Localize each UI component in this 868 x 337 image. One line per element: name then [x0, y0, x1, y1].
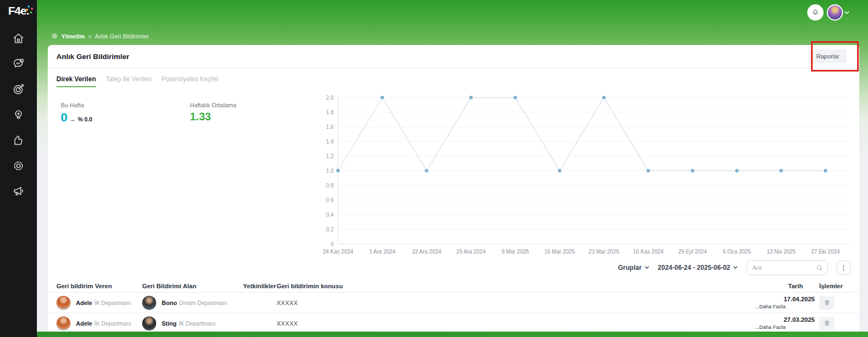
svg-text:1.6: 1.6 — [326, 124, 334, 130]
svg-text:1 Ara 2024: 1 Ara 2024 — [369, 249, 396, 255]
svg-text:23 Mar 2025: 23 Mar 2025 — [589, 249, 620, 255]
home-icon — [11, 31, 25, 46]
chevron-down-icon[interactable] — [844, 11, 850, 15]
svg-text:16 Mar 2025: 16 Mar 2025 — [544, 249, 575, 255]
date-range-dropdown[interactable]: 2024-06-24 - 2025-06-02 — [658, 264, 738, 271]
announcement-icon — [11, 184, 25, 198]
receiver-department: İK Departmanı — [179, 320, 216, 327]
groups-dropdown[interactable]: Gruplar — [618, 264, 649, 271]
date-value: 17.04.2025 — [783, 296, 819, 302]
tab-talep-ile-verilen[interactable]: Talep İle Verilen — [106, 75, 152, 87]
stat-this-week: Bu Hafta 0→% 0.0 — [61, 102, 92, 125]
trend-arrow-icon: → — [69, 115, 75, 123]
idea-icon — [11, 108, 25, 122]
col-header-competencies: Yetkinlikler — [243, 283, 277, 289]
bell-icon — [811, 8, 820, 17]
svg-text:0.8: 0.8 — [326, 183, 334, 189]
trash-icon — [824, 320, 831, 327]
target-icon — [11, 82, 25, 96]
receiver-cell: StingİK Departmanı — [142, 316, 243, 330]
app-window: F4e. — [0, 0, 868, 337]
actions-cell — [819, 296, 851, 309]
svg-text:2.0: 2.0 — [326, 95, 334, 101]
daha-fazla-link[interactable]: ...Daha Fazla — [755, 324, 820, 330]
search-box[interactable] — [746, 260, 828, 275]
sidebar-item-likes[interactable] — [11, 133, 25, 147]
logo-dot — [28, 5, 30, 8]
giver-name: Adele — [76, 320, 92, 327]
giver-cell: AdeleİK Departmanı — [56, 316, 142, 330]
table-row: AdeleİK DepartmanıStingİK DepartmanıXXXX… — [48, 313, 859, 332]
filter-bar: Gruplar 2024-06-24 - 2025-06-02 ⋮ — [618, 260, 851, 275]
giver-department: İK Departmanı — [94, 320, 131, 327]
sidebar-item-settings[interactable] — [11, 159, 25, 173]
feedback-trend-chart: 2.01.81.61.41.21.00.80.60.40.2024 Kas 20… — [317, 93, 857, 258]
sidebar-item-ideas[interactable] — [11, 108, 25, 122]
settings-icon — [11, 159, 25, 173]
stat-weekly-average-value: 1.33 — [190, 111, 211, 122]
receiver-avatar — [142, 316, 156, 330]
svg-text:1.2: 1.2 — [326, 153, 334, 159]
svg-text:5 Oca 2025: 5 Oca 2025 — [723, 249, 751, 255]
feedback-table: Geri bildirim Veren Geri Bildirimi Alan … — [48, 280, 859, 332]
search-input[interactable] — [751, 264, 813, 271]
svg-text:1.0: 1.0 — [326, 168, 334, 174]
page-title: Anlık Geri Bildirimler — [56, 53, 129, 61]
table-row: AdeleİK DepartmanıBonoÜretim DepartmanıX… — [48, 293, 859, 313]
stat-this-week-value: 0 — [61, 111, 67, 124]
receiver-name: Sting — [162, 320, 177, 327]
svg-text:1.4: 1.4 — [326, 139, 334, 145]
receiver-name: Bono — [162, 300, 177, 306]
breadcrumb-yonetim[interactable]: Yönetim — [61, 33, 85, 40]
sidebar-item-home[interactable] — [11, 31, 25, 46]
breadcrumb: Yönetim > Anlık Geri Bildirimler — [51, 33, 149, 40]
app-logo[interactable]: F4e. — [0, 4, 37, 17]
stat-weekly-average-label: Haftalık Ortalama — [190, 102, 237, 108]
receiver-name-wrap: BonoÜretim Departmanı — [162, 300, 227, 306]
svg-text:9 Mar 2025: 9 Mar 2025 — [502, 249, 529, 255]
chevron-down-icon — [644, 266, 649, 269]
subject-cell: XXXXX — [277, 320, 743, 327]
col-header-receiver: Geri Bildirimi Alan — [142, 283, 243, 289]
notifications-button[interactable] — [807, 4, 824, 21]
receiver-name-wrap: StingİK Departmanı — [162, 320, 215, 327]
more-options-button[interactable]: ⋮ — [837, 261, 851, 275]
svg-text:0.2: 0.2 — [326, 226, 334, 232]
delete-button[interactable] — [819, 296, 834, 309]
date-cell: 17.04.2025...Daha Fazla — [743, 296, 819, 309]
search-icon — [816, 264, 823, 271]
reports-button[interactable]: Raporlar — [809, 49, 846, 63]
giver-avatar — [56, 316, 71, 330]
stat-weekly-average: Haftalık Ortalama 1.33 — [190, 102, 237, 123]
like-icon — [11, 133, 25, 147]
giver-avatar — [56, 296, 71, 310]
sidebar-item-feedback-chat[interactable] — [11, 57, 25, 71]
sidebar: F4e. — [0, 0, 37, 337]
svg-text:0: 0 — [330, 241, 334, 247]
col-header-giver: Geri bildirim Veren — [56, 283, 142, 289]
stat-this-week-delta: % 0.0 — [78, 116, 92, 122]
actions-cell — [819, 317, 851, 330]
giver-name: Adele — [76, 300, 92, 306]
logo-dot — [30, 11, 32, 14]
svg-text:0.4: 0.4 — [326, 212, 334, 218]
breadcrumb-current[interactable]: Anlık Geri Bildirimler — [95, 33, 149, 40]
stat-this-week-label: Bu Hafta — [61, 102, 92, 108]
svg-text:13 Nis 2025: 13 Nis 2025 — [767, 249, 796, 255]
content-card: Anlık Geri Bildirimler Raporlar Direk Ve… — [48, 45, 859, 332]
giver-name-wrap: AdeleİK Departmanı — [76, 300, 131, 306]
daha-fazla-link[interactable]: ...Daha Fazla — [755, 303, 820, 309]
svg-text:10 Kas 2024: 10 Kas 2024 — [633, 249, 664, 255]
giver-department: İK Departmanı — [94, 300, 131, 306]
logo-dot — [26, 9, 28, 11]
table-body: AdeleİK DepartmanıBonoÜretim DepartmanıX… — [48, 293, 859, 332]
tab-potansiyelini-kesfet[interactable]: Potansiyelini Keşfet — [161, 75, 218, 87]
user-avatar[interactable] — [827, 4, 843, 21]
sidebar-item-announcements[interactable] — [11, 184, 25, 198]
tab-direk-verilen[interactable]: Direk Verilen — [56, 75, 96, 87]
receiver-avatar — [142, 296, 156, 310]
col-header-subject: Geri bildirimin konusu — [277, 283, 743, 289]
delete-button[interactable] — [819, 317, 834, 330]
giver-cell: AdeleİK Departmanı — [56, 296, 142, 310]
sidebar-item-goals[interactable] — [11, 82, 25, 96]
